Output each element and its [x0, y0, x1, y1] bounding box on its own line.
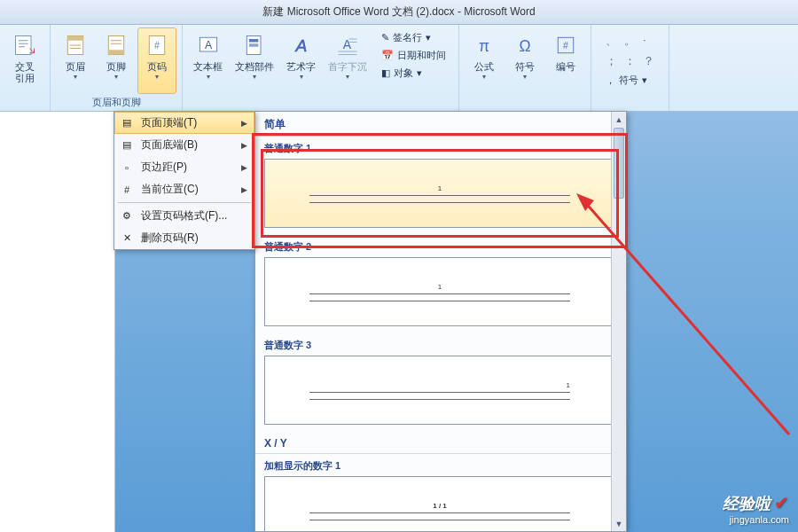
- header-button[interactable]: 页眉 ▾: [56, 27, 95, 94]
- ribbon-group-headerfooter: 页眉 ▾ 页脚 ▾ # 页码 ▾ 页眉和页脚: [51, 25, 183, 111]
- page-number-gallery: 简单 普通数字 1 1 普通数字 2 1 普通数字 3 1 X / Y 加粗显示…: [254, 111, 627, 532]
- dropdown-arrow-icon: ▾: [300, 73, 303, 81]
- gallery-scrollbar[interactable]: ▲ ▼: [611, 112, 626, 531]
- document-area: [0, 112, 115, 532]
- footer-button[interactable]: 页脚 ▾: [97, 27, 136, 94]
- datetime-icon: 📅: [381, 50, 394, 61]
- dropdown-arrow-icon: ▾: [346, 73, 349, 81]
- svg-text:π: π: [479, 37, 489, 55]
- gallery-item-4-label: 加粗显示的数字 1: [255, 454, 624, 474]
- cross-reference-button[interactable]: 交叉 引用: [5, 27, 44, 97]
- signature-button[interactable]: ✎签名行 ▾: [376, 29, 451, 46]
- check-icon: ✔: [774, 493, 789, 512]
- ribbon-group-crossref: 交叉 引用: [0, 25, 51, 111]
- special-char[interactable]: ·: [643, 33, 646, 49]
- format-icon: ⚙: [120, 209, 134, 223]
- wordart-button[interactable]: A 艺术字 ▾: [281, 27, 321, 97]
- submenu-arrow-icon: ▶: [241, 141, 247, 150]
- gallery-item-3-label: 普通数字 3: [255, 333, 624, 354]
- dropdown-arrow-icon: ▾: [114, 73, 118, 81]
- watermark: 经验啦 ✔ jingyanla.com: [723, 492, 789, 525]
- submenu-arrow-icon: ▶: [241, 163, 247, 172]
- remove-icon: ✕: [120, 231, 134, 246]
- special-char[interactable]: ？: [643, 53, 654, 69]
- symbols-more[interactable]: ，符号 ▾: [600, 72, 660, 89]
- menu-page-top[interactable]: ▤ 页面顶端(T) ▶: [114, 112, 254, 134]
- footer-icon: [102, 31, 130, 59]
- scrollbar-thumb[interactable]: [614, 128, 624, 199]
- svg-text:A: A: [294, 36, 307, 55]
- gallery-section-xy: X / Y: [255, 432, 624, 454]
- number-button[interactable]: # 编号: [546, 27, 585, 97]
- datetime-button[interactable]: 📅日期和时间: [376, 47, 451, 64]
- special-char[interactable]: 、: [606, 33, 617, 49]
- symbol-button[interactable]: Ω 符号 ▾: [505, 27, 544, 97]
- number-icon: #: [552, 31, 580, 59]
- svg-text:A: A: [204, 39, 212, 51]
- textbox-button[interactable]: A 文本框 ▾: [188, 27, 228, 97]
- special-char[interactable]: ；: [606, 53, 617, 69]
- quickparts-icon: [240, 31, 269, 59]
- crossref-icon: [11, 31, 39, 59]
- dropdown-arrow-icon: ▾: [155, 73, 159, 81]
- special-char[interactable]: ：: [624, 53, 636, 69]
- dropdown-arrow-icon: ▾: [74, 73, 77, 81]
- ribbon-group-symbols: π 公式 ▾ Ω 符号 ▾ # 编号: [459, 25, 591, 111]
- menu-page-bottom[interactable]: ▤ 页面底端(B) ▶: [114, 134, 254, 156]
- svg-rect-11: [249, 43, 259, 47]
- submenu-arrow-icon: ▶: [241, 119, 247, 128]
- ribbon-group-text: A 文本框 ▾ 文档部件 ▾ A 艺术字 ▾ A 首字下沉 ▾ ✎签名行 ▾: [183, 25, 459, 111]
- symbol-icon: Ω: [511, 31, 539, 59]
- dropcap-icon: A: [333, 31, 362, 59]
- scroll-down-icon[interactable]: ▼: [612, 516, 626, 531]
- dropdown-arrow-icon: ▾: [482, 73, 486, 81]
- signature-icon: ✎: [381, 32, 389, 43]
- window-title: 新建 Microsoft Office Word 文档 (2).docx - M…: [262, 4, 535, 20]
- page-number-button[interactable]: # 页码 ▾: [137, 27, 176, 94]
- menu-current-position[interactable]: # 当前位置(C) ▶: [114, 178, 254, 200]
- header-icon: [61, 31, 90, 59]
- group-label-headerfooter: 页眉和页脚: [92, 94, 141, 111]
- equation-icon: π: [470, 31, 498, 59]
- ribbon: 交叉 引用 页眉 ▾ 页脚 ▾ # 页码 ▾ 页眉和页脚: [0, 25, 798, 112]
- gallery-item-1[interactable]: 1: [264, 159, 615, 228]
- menu-format-page-numbers[interactable]: ⚙ 设置页码格式(F)...: [114, 205, 254, 227]
- page-bottom-icon: ▤: [120, 138, 134, 153]
- svg-text:Ω: Ω: [519, 37, 530, 55]
- dropdown-arrow-icon: ▾: [253, 73, 256, 81]
- scroll-up-icon[interactable]: ▲: [612, 112, 626, 127]
- gallery-item-1-label: 普通数字 1: [255, 137, 624, 157]
- svg-text:#: #: [154, 40, 160, 51]
- svg-text:#: #: [563, 40, 568, 51]
- dropdown-arrow-icon: ▾: [207, 73, 210, 81]
- gallery-item-4[interactable]: 1 / 1: [264, 476, 615, 531]
- menu-separator: [118, 202, 251, 203]
- object-icon: ◧: [381, 67, 390, 79]
- window-titlebar: 新建 Microsoft Office Word 文档 (2).docx - M…: [0, 0, 798, 25]
- gallery-item-3[interactable]: 1: [264, 356, 615, 425]
- special-char[interactable]: 。: [624, 33, 636, 49]
- page-number-dropdown: ▤ 页面顶端(T) ▶ ▤ 页面底端(B) ▶ ▫ 页边距(P) ▶ # 当前位…: [113, 111, 255, 250]
- quick-parts-button[interactable]: 文档部件 ▾: [230, 27, 279, 97]
- page-top-icon: ▤: [120, 116, 134, 130]
- drop-cap-button[interactable]: A 首字下沉 ▾: [323, 27, 372, 97]
- submenu-arrow-icon: ▶: [241, 185, 247, 194]
- textbox-icon: A: [194, 31, 223, 59]
- svg-rect-10: [249, 39, 259, 43]
- gallery-item-2[interactable]: 1: [264, 257, 615, 326]
- ribbon-group-special: 、。· ；：？ ，符号 ▾: [591, 25, 669, 111]
- wordart-icon: A: [287, 31, 316, 59]
- dropdown-arrow-icon: ▾: [523, 73, 527, 81]
- svg-rect-0: [16, 36, 32, 55]
- svg-rect-2: [67, 36, 83, 41]
- gallery-item-2-label: 普通数字 2: [255, 235, 624, 255]
- equation-button[interactable]: π 公式 ▾: [465, 27, 504, 97]
- menu-remove-page-numbers[interactable]: ✕ 删除页码(R): [114, 227, 254, 249]
- menu-page-margins[interactable]: ▫ 页边距(P) ▶: [114, 156, 254, 178]
- object-button[interactable]: ◧对象 ▾: [376, 65, 451, 82]
- gallery-section-simple: 简单: [255, 112, 624, 137]
- svg-rect-4: [108, 50, 124, 54]
- page-number-icon: #: [143, 31, 171, 59]
- page-margins-icon: ▫: [120, 160, 134, 175]
- current-pos-icon: #: [120, 183, 134, 197]
